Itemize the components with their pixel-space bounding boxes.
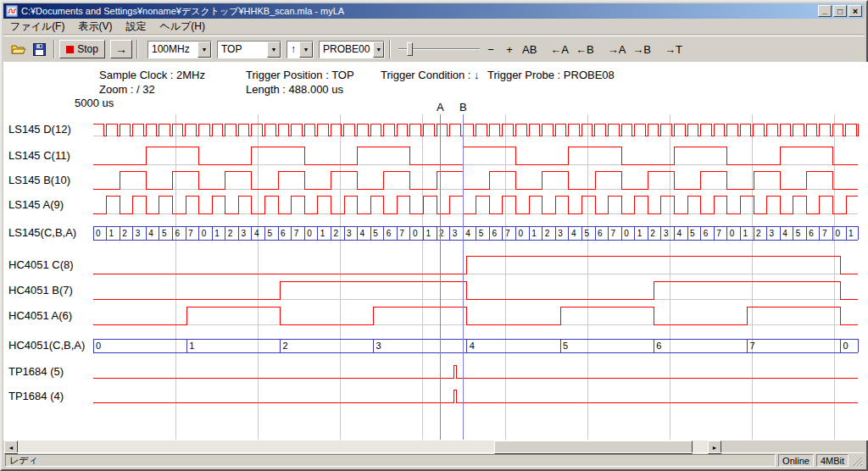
probe-select-value: PROBE00 [320, 42, 373, 58]
chevron-down-icon[interactable]: ▼ [267, 42, 281, 58]
titlebar[interactable]: C:¥Documents and Settings¥noname¥デスクトップ¥… [3, 3, 865, 19]
trigger-edge-select[interactable]: ↑ ▼ [287, 41, 314, 58]
status-memory-badge: 4MBit [816, 454, 849, 467]
chevron-down-icon[interactable]: ▼ [198, 42, 211, 58]
probe-select[interactable]: PROBE00 ▼ [319, 41, 385, 58]
app-window: C:¥Documents and Settings¥noname¥デスクトップ¥… [0, 0, 868, 471]
chevron-down-icon[interactable]: ▼ [373, 42, 384, 58]
menu-view[interactable]: 表示(V) [71, 19, 119, 34]
length-text: Length : 488.000 us [246, 83, 343, 96]
open-button[interactable] [8, 39, 29, 59]
stop-icon [66, 46, 74, 53]
close-button[interactable]: × [849, 5, 862, 17]
run-button[interactable]: → [110, 40, 132, 58]
status-ready-text: レディ [5, 454, 776, 467]
toolbar-separator [389, 40, 391, 58]
chevron-down-icon[interactable]: ▼ [299, 42, 313, 58]
menu-file[interactable]: ファイル(F) [3, 19, 71, 34]
floppy-icon [33, 43, 46, 56]
app-icon [6, 5, 18, 17]
window-title: C:¥Documents and Settings¥noname¥デスクトップ¥… [21, 5, 818, 18]
clock-select[interactable]: 100MHz ▼ [147, 41, 212, 58]
menubar: ファイル(F) 表示(V) 設定 ヘルプ(H) [3, 19, 865, 35]
stop-button[interactable]: Stop [59, 40, 105, 58]
window-controls: _ □ × [818, 5, 862, 17]
zoom-slider[interactable] [397, 40, 481, 58]
status-online-badge: Online [778, 454, 814, 467]
goto-marker-a-left-button[interactable]: ←A [547, 39, 572, 59]
statusbar: レディ Online 4MBit [3, 452, 865, 468]
trigger-position-select[interactable]: TOP ▼ [217, 41, 281, 58]
zoom-slider-thumb[interactable] [407, 42, 413, 56]
trigger-position-value: TOP [218, 42, 267, 58]
resize-grip[interactable] [851, 455, 863, 467]
time-per-division-label: 5000 us [75, 97, 114, 109]
zoom-out-button[interactable]: − [481, 39, 500, 59]
goto-trigger-button[interactable]: →T [661, 39, 686, 59]
minimize-icon: _ [822, 5, 827, 14]
toolbar-separator [136, 40, 138, 58]
trigger-position-text: Trigger Position : TOP [246, 69, 354, 81]
zoom-text: Zoom : / 32 [99, 83, 155, 96]
close-icon: × [853, 7, 858, 16]
menu-help[interactable]: ヘルプ(H) [153, 19, 212, 34]
trigger-edge-value: ↑ [287, 42, 299, 58]
sample-clock-text: Sample Clock : 2MHz [99, 69, 205, 81]
goto-marker-a-right-button[interactable]: →A [604, 39, 630, 59]
toolbar-separator [53, 40, 55, 58]
goto-marker-b-left-button[interactable]: ←B [572, 39, 598, 59]
stop-label: Stop [77, 43, 98, 55]
maximize-icon: □ [837, 7, 843, 16]
minimize-button[interactable]: _ [818, 5, 832, 17]
clock-select-value: 100MHz [148, 42, 198, 58]
save-button[interactable] [29, 39, 49, 59]
toolbar: Stop → 100MHz ▼ TOP ▼ ↑ ▼ PROBE00 ▼ − + … [3, 36, 865, 62]
trigger-condition-text: Trigger Condition : ↓ [381, 69, 480, 81]
waveform-content[interactable]: Sample Clock : 2MHz Trigger Position : T… [3, 62, 868, 441]
maximize-button[interactable]: □ [833, 5, 847, 17]
goto-marker-b-right-button[interactable]: →B [629, 39, 654, 59]
menu-settings[interactable]: 設定 [119, 19, 153, 34]
folder-open-icon [11, 43, 26, 55]
zoom-in-button[interactable]: + [500, 39, 519, 59]
trigger-probe-text: Trigger Probe : PROBE08 [487, 69, 615, 81]
ab-markers-button[interactable]: AB [519, 39, 540, 59]
